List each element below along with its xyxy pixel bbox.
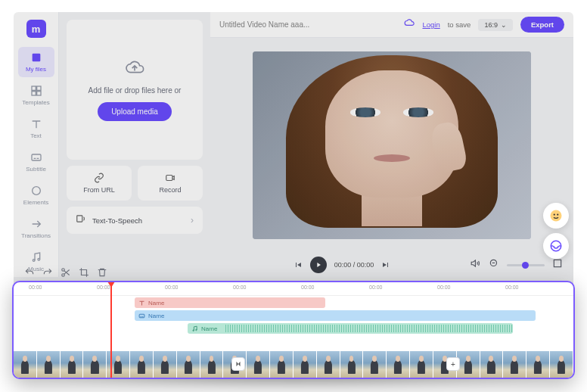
svg-rect-5 (32, 154, 41, 160)
playhead[interactable] (110, 282, 112, 378)
audio-clip[interactable]: Name (188, 323, 513, 334)
subtitle-clip[interactable]: Name (135, 310, 536, 321)
nav-label: Subtitle (26, 166, 46, 173)
chevron-right-icon: › (191, 215, 194, 226)
text-to-speech-button[interactable]: Text-To-Speech › (67, 207, 203, 234)
ruler-tick: 00:00 (233, 285, 247, 290)
media-panel: Add file or drop files here or Upload me… (59, 12, 210, 277)
aspect-value: 16:9 (484, 21, 498, 29)
video-thumbnail[interactable] (410, 351, 433, 378)
video-thumbnail[interactable] (61, 351, 84, 378)
nav-transitions[interactable]: Transitions (18, 213, 54, 244)
music-icon (30, 251, 42, 263)
video-thumbnail[interactable] (457, 351, 480, 378)
app-logo: m (26, 20, 46, 38)
upload-media-button[interactable]: Upload media (98, 102, 172, 121)
play-button[interactable] (310, 257, 327, 273)
assistant-button[interactable] (543, 203, 569, 229)
video-thumbnail[interactable] (294, 351, 317, 378)
link-icon (94, 173, 104, 183)
elements-icon (30, 185, 42, 197)
text-icon (30, 118, 42, 130)
video-thumbnail[interactable] (130, 351, 154, 378)
tts-icon (76, 213, 86, 227)
svg-point-6 (32, 187, 40, 195)
nav-label: My files (26, 66, 46, 73)
nav-label: Text (30, 132, 42, 139)
video-thumbnail[interactable] (37, 351, 61, 378)
preview-image (253, 51, 531, 239)
nav-subtitle[interactable]: Subtitle (18, 147, 54, 177)
nav-label: Elements (23, 199, 48, 206)
record-button[interactable]: Record (138, 166, 203, 201)
add-clip-button[interactable]: + (446, 357, 460, 371)
video-thumbnail[interactable] (247, 351, 270, 378)
nav-templates[interactable]: Templates (18, 80, 54, 110)
redo-button[interactable] (42, 267, 53, 281)
svg-point-8 (38, 258, 40, 260)
video-thumbnail[interactable] (503, 351, 526, 378)
chevron-down-icon: ⌄ (501, 21, 507, 29)
timeline-ruler[interactable]: 00:0000:0000:0000:0000:0000:0000:0000:00 (14, 282, 573, 296)
preview-canvas[interactable] (253, 51, 531, 239)
timeline-tracks: Name Name Name (14, 296, 573, 350)
login-link[interactable]: Login (422, 20, 439, 29)
video-thumbnail[interactable] (387, 351, 410, 378)
fit-button[interactable] (552, 258, 563, 272)
video-thumbnail[interactable] (270, 351, 294, 378)
video-thumbnail[interactable] (363, 351, 387, 378)
video-thumbnail[interactable] (154, 351, 177, 378)
video-thumbnail[interactable] (177, 351, 200, 378)
ruler-tick: 00:00 (437, 285, 451, 290)
nav-elements[interactable]: Elements (18, 180, 54, 210)
transitions-icon (30, 218, 42, 230)
subtitle-icon (138, 313, 145, 319)
skip-prev-button[interactable] (294, 260, 303, 269)
preview-header: Untitled Video Name aaa... Login to save… (210, 12, 573, 38)
files-icon (30, 51, 42, 64)
aspect-ratio-button[interactable]: 16:9⌄ (478, 19, 513, 31)
volume-button[interactable] (471, 258, 481, 272)
video-thumbnail[interactable] (480, 351, 504, 378)
zoom-slider[interactable] (507, 264, 545, 266)
svg-rect-10 (77, 216, 82, 222)
video-thumbnail[interactable] (14, 351, 37, 378)
ruler-tick: 00:00 (369, 285, 383, 290)
delete-button[interactable] (97, 267, 107, 281)
zoom-out-button[interactable] (489, 258, 499, 272)
nav-my-files[interactable]: My files (18, 47, 54, 77)
export-button[interactable]: Export (520, 17, 564, 33)
action-label: From URL (83, 186, 115, 194)
upload-drop-zone[interactable]: Add file or drop files here or Upload me… (67, 20, 203, 160)
video-thumbnail[interactable] (550, 351, 573, 378)
video-thumbnail[interactable] (83, 351, 107, 378)
video-thumbnail[interactable] (340, 351, 364, 378)
ruler-tick: 00:00 (29, 285, 42, 290)
crop-button[interactable] (79, 267, 89, 281)
video-thumbnail[interactable] (317, 351, 340, 378)
music-icon (191, 325, 198, 332)
support-button[interactable] (543, 233, 569, 259)
to-save-text: to save (448, 20, 471, 29)
timeline-panel: 00:0000:0000:0000:0000:0000:0000:0000:00… (12, 281, 575, 379)
from-url-button[interactable]: From URL (67, 166, 132, 201)
undo-button[interactable] (24, 267, 35, 281)
edit-toolbar (14, 266, 118, 282)
subtitle-icon (30, 151, 42, 163)
clip-label: Name (148, 313, 164, 319)
video-track[interactable] (14, 351, 573, 378)
split-button[interactable] (61, 267, 71, 281)
video-thumbnail[interactable] (526, 351, 550, 378)
playback-time: 00:00 / 00:00 (334, 261, 374, 269)
project-name[interactable]: Untitled Video Name aaa... (219, 20, 396, 29)
svg-point-20 (193, 330, 194, 331)
video-thumbnail[interactable] (200, 351, 224, 378)
nav-text[interactable]: Text (18, 114, 54, 144)
svg-point-7 (33, 260, 35, 262)
floating-dock (543, 203, 569, 259)
skip-next-button[interactable] (381, 260, 390, 269)
text-clip[interactable]: Name (135, 297, 325, 308)
preview-area: Untitled Video Name aaa... Login to save… (210, 12, 573, 277)
ruler-tick: 00:00 (505, 285, 519, 290)
split-clip-button[interactable] (231, 357, 245, 371)
